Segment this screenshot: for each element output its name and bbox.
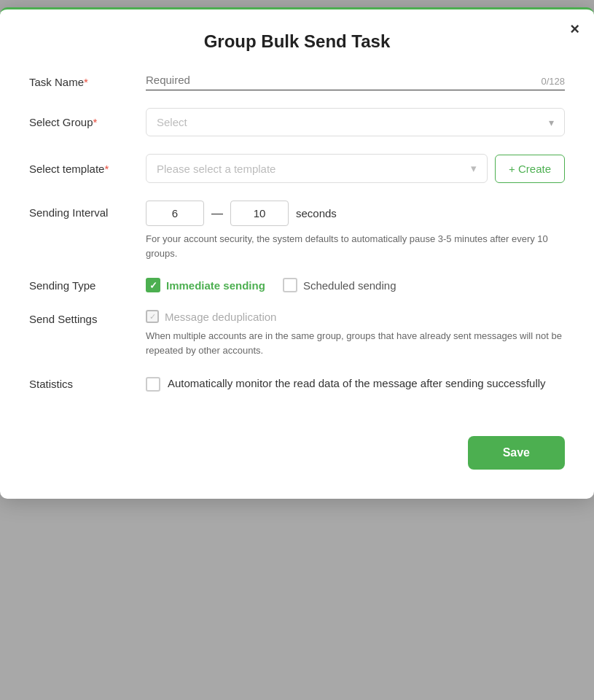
statistics-checkbox[interactable] [146,377,160,392]
modal-overlay: × Group Bulk Send Task Task Name* 0/128 … [0,0,594,700]
task-name-label: Task Name* [29,76,146,88]
send-settings-label: Send Settings [29,310,146,325]
interval-unit: seconds [296,207,337,219]
task-name-input[interactable] [146,74,565,86]
select-group-control: Select ▾ [146,108,565,136]
interval-inputs: — seconds [146,201,565,226]
dedup-label: Message deduplication [165,311,276,323]
dedup-checkbox[interactable] [146,310,159,323]
task-name-wrapper: 0/128 [146,74,565,90]
immediate-sending-label: Immediate sending [166,279,265,292]
select-template-required: * [104,163,109,175]
select-group-required: * [93,116,98,128]
select-template-control: Please select a template ▾ + Create [146,154,565,183]
interval-area: — seconds For your account security, the… [146,201,565,260]
sending-type-row: Sending Type Immediate sending Scheduled… [29,278,565,292]
statistics-note: Automatically monitor the read data of t… [168,375,546,392]
task-name-control: 0/128 [146,74,565,90]
select-group-dropdown[interactable]: Select ▾ [146,108,565,136]
create-template-button[interactable]: + Create [495,155,565,183]
send-settings-row: Send Settings Message deduplication When… [29,310,565,357]
sending-interval-label: Sending Interval [29,201,146,219]
statistics-label: Statistics [29,375,146,390]
statistics-row: Statistics Automatically monitor the rea… [29,375,565,392]
select-template-row: Select template* Please select a templat… [29,154,565,183]
interval-max-input[interactable] [230,201,289,226]
interval-dash: — [211,207,223,220]
select-group-row: Select Group* Select ▾ [29,108,565,136]
send-settings-area: Message deduplication When multiple acco… [146,310,565,357]
template-chevron-down-icon: ▾ [471,162,477,175]
dedup-note: When multiple accounts are in the same g… [146,329,565,357]
select-template-dropdown[interactable]: Please select a template ▾ [146,154,488,183]
task-name-required: * [84,76,88,88]
interval-min-input[interactable] [146,201,204,226]
scheduled-sending-checkbox[interactable] [283,278,297,292]
select-group-label: Select Group* [29,116,146,128]
task-name-row: Task Name* 0/128 [29,74,565,90]
modal-dialog: × Group Bulk Send Task Task Name* 0/128 … [0,7,594,499]
modal-title: Group Bulk Send Task [29,31,565,52]
scheduled-sending-label: Scheduled sending [303,279,396,292]
sending-type-label: Sending Type [29,279,146,292]
scheduled-sending-option[interactable]: Scheduled sending [283,278,396,292]
statistics-area: Automatically monitor the read data of t… [146,375,565,392]
immediate-sending-option[interactable]: Immediate sending [146,278,265,292]
footer-area: Save [29,436,565,470]
chevron-down-icon: ▾ [549,117,554,128]
dedup-option: Message deduplication [146,310,565,323]
select-template-placeholder: Please select a template [157,163,275,175]
select-group-placeholder: Select [157,116,187,128]
save-button[interactable]: Save [468,436,565,470]
sending-interval-row: Sending Interval — seconds For your acco… [29,201,565,260]
sending-type-options: Immediate sending Scheduled sending [146,278,396,292]
close-button[interactable]: × [570,21,579,37]
immediate-sending-checkbox[interactable] [146,278,160,292]
char-count: 0/128 [541,76,565,87]
interval-note: For your account security, the system de… [146,232,565,260]
select-template-label: Select template* [29,163,146,175]
